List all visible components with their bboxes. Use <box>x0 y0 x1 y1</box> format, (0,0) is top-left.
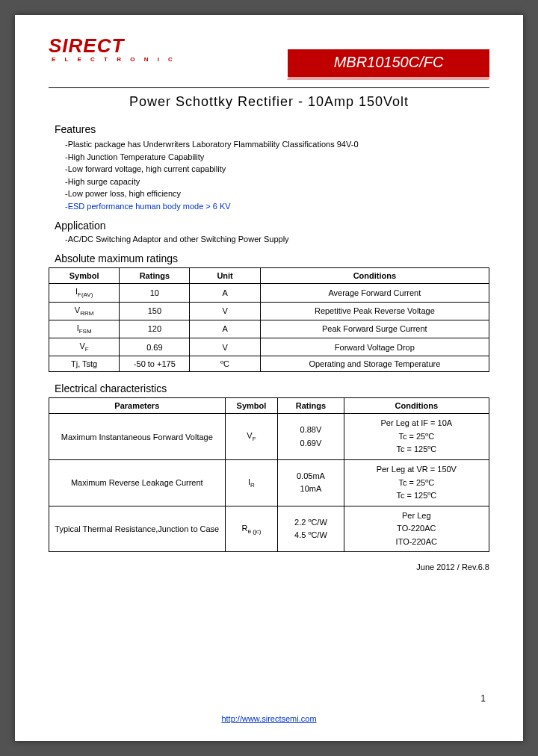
feature-item: High Junction Temperature Capability <box>65 151 489 164</box>
part-number-banner: MBR10150C/FC <box>288 49 489 77</box>
col-parameters: Parameters <box>49 398 226 414</box>
col-ratings: Ratings <box>278 398 344 414</box>
feature-item: Plastic package has Underwriters Laborat… <box>65 138 489 151</box>
cell: 2.2 ºC/W 4.5 ºC/W <box>278 506 344 552</box>
cell: Repetitive Peak Reverse Voltage <box>260 302 489 320</box>
amr-table: Symbol Ratings Unit Conditions IF(AV) 10… <box>49 267 489 372</box>
application-heading: Application <box>55 220 489 232</box>
application-item: AC/DC Switching Adaptor and other Switch… <box>65 235 489 244</box>
cell: Rθ (jc) <box>225 506 278 552</box>
cell: 150 <box>120 302 190 320</box>
col-symbol: Symbol <box>225 398 278 414</box>
feature-item: High surge capacity <box>65 176 489 188</box>
table-header-row: Parameters Symbol Ratings Conditions <box>49 398 489 414</box>
cell: Peak Forward Surge Current <box>260 320 489 338</box>
col-ratings: Ratings <box>120 268 190 284</box>
table-row: IF(AV) 10 A Average Forward Current <box>49 284 489 302</box>
col-symbol: Symbol <box>49 268 120 284</box>
cell: 10 <box>120 284 190 302</box>
cell: 0.05mA 10mA <box>278 459 344 506</box>
cell: Per Leg at IF = 10A Tc = 25ºC Tc = 125ºC <box>344 414 489 460</box>
features-list: Plastic package has Underwriters Laborat… <box>65 138 489 212</box>
cell: Per Leg TO-220AC ITO-220AC <box>344 506 489 552</box>
datasheet-page: SIRECT E L E C T R O N I C MBR10150C/FC … <box>15 15 523 741</box>
footer-link[interactable]: http://www.sirectsemi.com <box>221 714 316 723</box>
cell: Tj, Tstg <box>49 356 120 372</box>
divider <box>49 87 489 88</box>
cell: 120 <box>120 320 190 338</box>
ec-heading: Electrical characteristics <box>55 382 489 394</box>
table-header-row: Symbol Ratings Unit Conditions <box>49 268 489 284</box>
table-row: Tj, Tstg -50 to +175 ºC Operating and St… <box>49 356 489 372</box>
cell: Average Forward Current <box>260 284 489 302</box>
feature-item-esd: ESD performance human body mode > 6 KV <box>65 200 489 213</box>
cell: V <box>190 302 260 320</box>
cell: V <box>190 338 260 356</box>
table-row: Maximum Reverse Leakage Current IR 0.05m… <box>49 459 489 506</box>
page-number: 1 <box>480 693 486 704</box>
table-row: VRRM 150 V Repetitive Peak Reverse Volta… <box>49 302 489 320</box>
features-heading: Features <box>55 123 489 135</box>
cell: Operating and Storage Temperature <box>260 356 489 372</box>
cell: Per Leg at VR = 150V Tc = 25ºC Tc = 125º… <box>344 459 489 506</box>
cell: Forward Voltage Drop <box>260 338 489 356</box>
col-unit: Unit <box>190 268 260 284</box>
revision-date: June 2012 / Rev.6.8 <box>49 563 489 571</box>
col-conditions: Conditions <box>344 398 489 414</box>
cell: 0.69 <box>120 338 190 356</box>
ec-table: Parameters Symbol Ratings Conditions Max… <box>49 397 489 552</box>
cell: Typical Thermal Resistance,Junction to C… <box>49 506 226 552</box>
cell: ºC <box>190 356 260 372</box>
cell: IFSM <box>49 320 120 338</box>
page-subtitle: Power Schottky Rectifier - 10Amp 150Volt <box>49 94 489 110</box>
cell: VF <box>49 338 120 356</box>
cell: IF(AV) <box>49 284 120 302</box>
cell: VF <box>225 414 278 460</box>
application-list: AC/DC Switching Adaptor and other Switch… <box>65 235 489 244</box>
col-conditions: Conditions <box>260 268 489 284</box>
cell: -50 to +175 <box>120 356 190 372</box>
table-row: Maximum Instantaneous Forward Voltage VF… <box>49 414 489 460</box>
footer: http://www.sirectsemi.com <box>15 714 523 723</box>
feature-item: Low power loss, high efficiency <box>65 188 489 200</box>
cell: A <box>190 320 260 338</box>
feature-item: Low forward voltage, high current capabi… <box>65 163 489 176</box>
cell: VRRM <box>49 302 120 320</box>
cell: A <box>190 284 260 302</box>
table-row: IFSM 120 A Peak Forward Surge Current <box>49 320 489 338</box>
table-row: Typical Thermal Resistance,Junction to C… <box>49 506 489 552</box>
table-row: VF 0.69 V Forward Voltage Drop <box>49 338 489 356</box>
cell: Maximum Reverse Leakage Current <box>49 459 226 506</box>
cell: IR <box>225 459 278 506</box>
amr-heading: Absolute maximum ratings <box>55 252 489 264</box>
cell: 0.88V 0.69V <box>278 414 344 460</box>
cell: Maximum Instantaneous Forward Voltage <box>49 414 226 460</box>
